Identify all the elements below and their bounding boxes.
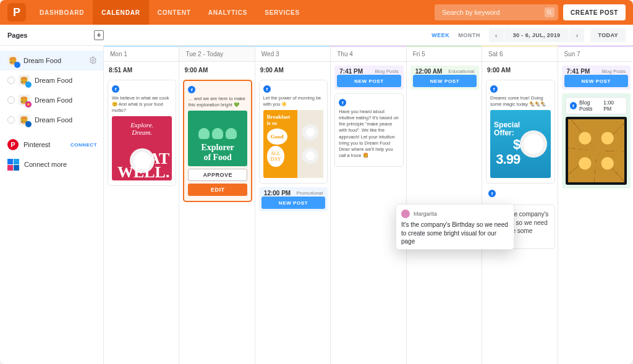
connect-button[interactable]: CONNECT xyxy=(70,142,97,148)
date-range-label[interactable]: 30 - 6, JUL, 2019 xyxy=(504,28,570,42)
sidebar-item-dreamfood-ig[interactable]: 🍔 Dream Food xyxy=(0,90,103,110)
sidebar-item-connect-more[interactable]: Connect more xyxy=(0,154,103,174)
sidebar-item-label: Dream Food xyxy=(35,77,72,84)
search-input-wrap[interactable] xyxy=(435,4,558,20)
svg-line-1 xyxy=(550,13,552,15)
new-post-button[interactable]: NEW POST xyxy=(261,197,325,209)
instagram-icon: 🍔 xyxy=(19,95,30,106)
day-column-mon: Mon 1 8:51 AM f We believe in what we co… xyxy=(104,46,179,364)
top-nav: P DASHBOARD CALENDAR CONTENT ANALYTICS S… xyxy=(0,0,633,25)
day-column-tue: Tue 2 - Today 9:00 AM f … and we are her… xyxy=(179,46,255,364)
post-caption: Have you heard about intuitive eating? I… xyxy=(339,109,399,159)
post-caption: Dreams come true! Doing some magic today… xyxy=(490,95,550,108)
day-header: Fri 5 xyxy=(407,46,482,62)
nav-tab-content[interactable]: CONTENT xyxy=(149,0,200,25)
post-image xyxy=(566,117,627,185)
slot-time: 7:41 PM xyxy=(339,68,363,75)
facebook-icon: f xyxy=(188,86,195,93)
calendar-grid: Mon 1 8:51 AM f We believe in what we co… xyxy=(104,46,633,364)
create-post-button[interactable]: CREATE POST xyxy=(563,4,626,20)
author-avatar xyxy=(401,210,410,218)
post-time: 9:00 AM xyxy=(184,67,250,74)
svg-point-2 xyxy=(92,59,94,61)
post-image: Special Offer: $ 3.99 xyxy=(490,110,550,178)
sidebar-item-pinterest[interactable]: P Pinterest CONNECT xyxy=(0,135,103,154)
day-column-wed: Wed 3 9:00 AM f Let the power of morning… xyxy=(255,46,331,364)
search-input[interactable] xyxy=(441,8,542,17)
post-image: Explorer of Food xyxy=(188,111,247,166)
post-image: Breakfast is so Good ALL DAY xyxy=(263,110,323,178)
day-header: Sun 7 xyxy=(558,46,633,62)
post-time: 9:00 AM xyxy=(487,67,553,74)
facebook-icon: 🍔 xyxy=(7,55,19,66)
note-text: It's the company's Birthday so we need t… xyxy=(401,221,509,246)
new-post-button[interactable]: NEW POST xyxy=(337,75,401,87)
social-grid-icon xyxy=(7,159,19,171)
radio-icon xyxy=(7,77,15,84)
edit-button[interactable]: EDIT xyxy=(188,184,247,196)
sidebar-item-label: Connect more xyxy=(24,161,67,168)
chip-time: 1:00 PM xyxy=(603,99,622,112)
slot-tag: Blog Posts xyxy=(602,69,626,74)
nav-tab-analytics[interactable]: ANALYTICS xyxy=(200,0,257,25)
next-range-button[interactable]: › xyxy=(569,28,584,42)
day-header: Sat 6 xyxy=(482,46,557,62)
sidebar-item-dreamfood-li[interactable]: 🍔 Dream Food xyxy=(0,110,103,130)
slot-tag: Promotional xyxy=(297,190,323,196)
today-button[interactable]: TODAY xyxy=(590,28,626,42)
pinterest-icon: P xyxy=(7,139,19,150)
view-week-button[interactable]: WEEK xyxy=(431,32,449,38)
linkedin-icon: 🍔 xyxy=(19,114,30,125)
author-name: Margarita xyxy=(414,210,437,218)
prev-range-button[interactable]: ‹ xyxy=(489,28,504,42)
sidebar-item-label: Dream Food xyxy=(23,57,61,64)
gear-icon[interactable] xyxy=(89,56,97,66)
slot-time: 7:41 PM xyxy=(567,68,590,75)
sidebar-item-label: Dream Food xyxy=(35,96,72,104)
slot-time: 12:00 AM xyxy=(415,68,443,75)
search-icon[interactable] xyxy=(545,7,554,17)
day-header: Wed 3 xyxy=(255,46,330,62)
day-column-sun: Sun 7 7:41 PM Blog Posts NEW POST fBlog … xyxy=(558,46,633,364)
facebook-icon: f xyxy=(570,102,577,109)
sidebar-item-dreamfood-tw[interactable]: 🍔 Dream Food xyxy=(0,70,103,90)
new-post-button[interactable]: NEW POST xyxy=(564,75,628,87)
radio-icon xyxy=(7,96,15,104)
scheduled-post-chip[interactable]: fBlog Posts 1:00 PM xyxy=(566,97,627,114)
approve-button[interactable]: APPROVE xyxy=(188,169,247,181)
sidebar-item-dreamfood-fb[interactable]: 🍔 Dream Food xyxy=(0,51,103,70)
toolbar: Pages + WEEK MONTH ‹ 30 - 6, JUL, 2019 ›… xyxy=(0,25,633,46)
post-time: 9:00 AM xyxy=(260,67,326,74)
post-card-today[interactable]: f … and we are here to make this explora… xyxy=(183,80,252,202)
nav-tabs: DASHBOARD CALENDAR CONTENT ANALYTICS SER… xyxy=(31,0,308,25)
facebook-icon: f xyxy=(112,85,119,93)
slot-time: 12:00 PM xyxy=(264,190,291,197)
post-card[interactable]: f Have you heard about intuitive eating?… xyxy=(334,93,403,167)
facebook-icon: f xyxy=(490,85,498,93)
logo[interactable]: P xyxy=(7,3,26,22)
nav-tab-services[interactable]: SERVICES xyxy=(256,0,308,25)
view-toggle: WEEK MONTH xyxy=(431,32,480,38)
nav-tab-calendar[interactable]: CALENDAR xyxy=(93,0,149,25)
sidebar: 🍔 Dream Food 🍔 Dream Food 🍔 Dream Food 🍔… xyxy=(0,46,104,364)
add-page-button[interactable]: + xyxy=(94,30,104,40)
facebook-icon: f xyxy=(263,85,271,93)
post-image: Explore. Dream. EAT WELL. xyxy=(112,116,172,180)
post-card[interactable]: f Dreams come true! Doing some magic tod… xyxy=(486,80,554,184)
day-column-thu: Thu 4 7:41 PM Blog Posts NEW POST f Have… xyxy=(331,46,406,364)
day-header: Thu 4 xyxy=(331,46,406,62)
post-time: 8:51 AM xyxy=(109,67,175,74)
floating-note-card[interactable]: Margarita It's the company's Birthday so… xyxy=(396,204,514,250)
new-post-button[interactable]: NEW POST xyxy=(413,75,477,87)
nav-tab-dashboard[interactable]: DASHBOARD xyxy=(31,0,93,25)
svg-point-0 xyxy=(548,11,551,14)
sidebar-item-label: Pinterest xyxy=(23,141,50,148)
post-card[interactable]: f We believe in what we cook 😊 And what … xyxy=(108,80,176,186)
facebook-icon: f xyxy=(488,190,496,197)
pages-title: Pages xyxy=(7,32,27,39)
post-card[interactable]: f Let the power of morning be with you ☀… xyxy=(259,80,328,184)
day-header: Tue 2 - Today xyxy=(179,46,254,62)
radio-icon xyxy=(7,116,15,124)
post-caption: … and we are here to make this explorati… xyxy=(188,96,247,108)
view-month-button[interactable]: MONTH xyxy=(458,32,480,38)
